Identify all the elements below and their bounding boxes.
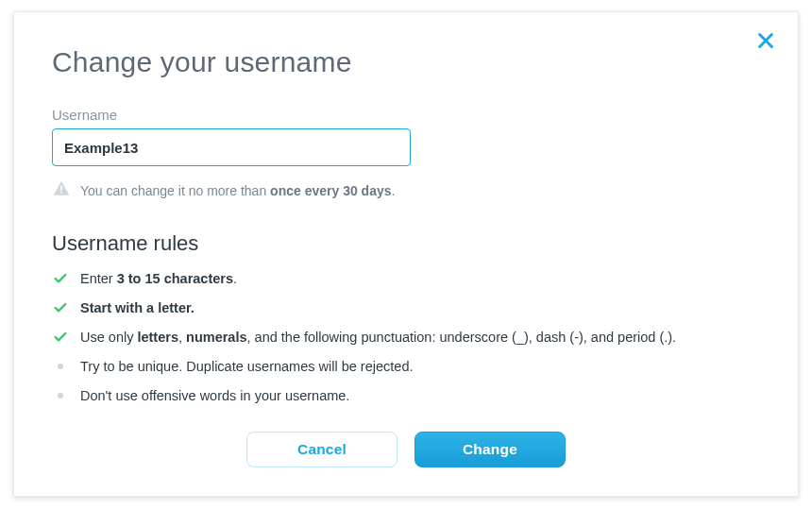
change-limit-notice: You can change it no more than once ever… [52,179,760,201]
rule-text: Start with a letter. [80,298,195,318]
bullet-icon [52,387,69,404]
dialog-actions: Cancel Change [14,432,798,467]
rule-text: Don't use offensive words in your userna… [80,386,349,406]
rule-item: Don't use offensive words in your userna… [52,386,760,406]
rule-text: Enter 3 to 15 characters. [80,269,237,289]
rule-text: Try to be unique. Duplicate usernames wi… [80,357,413,377]
rule-item: Start with a letter. [52,298,760,318]
dialog-title: Change your username [52,46,760,78]
rule-item: Try to be unique. Duplicate usernames wi… [52,357,760,377]
close-button[interactable] [753,27,779,54]
rules-list: Enter 3 to 15 characters. Start with a l… [52,269,760,406]
cancel-button[interactable]: Cancel [246,432,398,467]
notice-text: You can change it no more than once ever… [80,183,395,198]
rule-text: Use only letters, numerals, and the foll… [80,328,676,348]
change-button[interactable]: Change [414,432,566,467]
rule-item: Use only letters, numerals, and the foll… [52,328,760,348]
warning-icon [52,179,71,201]
rule-item: Enter 3 to 15 characters. [52,269,760,289]
check-icon [52,329,69,346]
username-label: Username [52,107,760,123]
username-input[interactable] [52,128,411,166]
svg-rect-2 [60,186,62,191]
close-icon [755,30,776,51]
bullet-icon [52,358,69,375]
change-username-dialog: Change your username Username You can ch… [13,11,799,497]
svg-rect-3 [60,192,62,194]
check-icon [52,270,69,287]
check-icon [52,299,69,316]
rules-heading: Username rules [52,231,760,256]
